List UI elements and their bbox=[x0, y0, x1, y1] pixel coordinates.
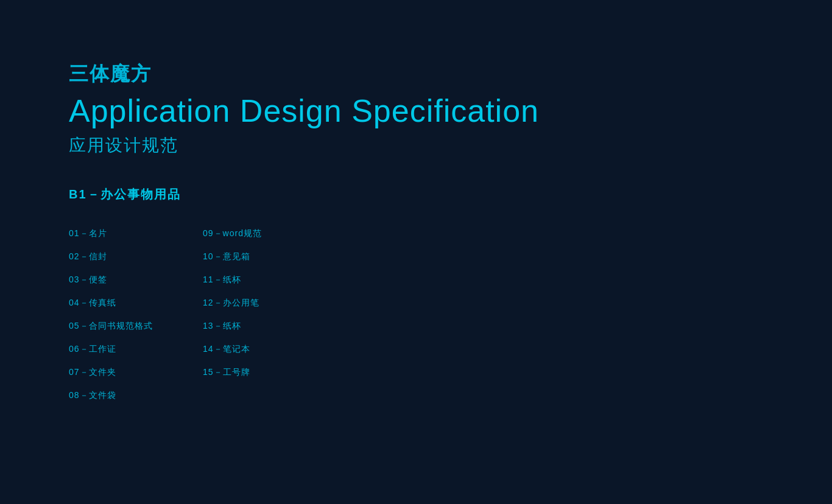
list-item-08[interactable]: 08－文件袋 bbox=[69, 384, 203, 407]
section-heading: B1－办公事物用品 bbox=[69, 186, 832, 203]
items-col1: 01－名片02－信封03－便签04－传真纸05－合同书规范格式06－工作证07－… bbox=[69, 222, 203, 407]
main-container: 三体魔方 Application Design Specification 应用… bbox=[0, 0, 832, 407]
list-item-04[interactable]: 04－传真纸 bbox=[69, 292, 203, 315]
list-item-05[interactable]: 05－合同书规范格式 bbox=[69, 315, 203, 338]
app-title-zh: 应用设计规范 bbox=[69, 134, 832, 157]
list-item-07[interactable]: 07－文件夹 bbox=[69, 361, 203, 384]
items-col2: 09－word规范10－意见箱11－纸杯12－办公用笔13－纸杯14－笔记本15… bbox=[203, 222, 337, 407]
list-item-09[interactable]: 09－word规范 bbox=[203, 222, 337, 245]
list-item-06[interactable]: 06－工作证 bbox=[69, 338, 203, 361]
app-title-en: Application Design Specification bbox=[69, 93, 832, 129]
list-item-03[interactable]: 03－便签 bbox=[69, 268, 203, 292]
list-item-11[interactable]: 11－纸杯 bbox=[203, 268, 337, 292]
list-item-10[interactable]: 10－意见箱 bbox=[203, 245, 337, 268]
list-item-14[interactable]: 14－笔记本 bbox=[203, 338, 337, 361]
brand-title: 三体魔方 bbox=[69, 61, 832, 88]
list-item-13[interactable]: 13－纸杯 bbox=[203, 315, 337, 338]
list-item-12[interactable]: 12－办公用笔 bbox=[203, 292, 337, 315]
items-grid: 01－名片02－信封03－便签04－传真纸05－合同书规范格式06－工作证07－… bbox=[69, 222, 832, 407]
list-item-01[interactable]: 01－名片 bbox=[69, 222, 203, 245]
list-item-02[interactable]: 02－信封 bbox=[69, 245, 203, 268]
list-item-15[interactable]: 15－工号牌 bbox=[203, 361, 337, 384]
